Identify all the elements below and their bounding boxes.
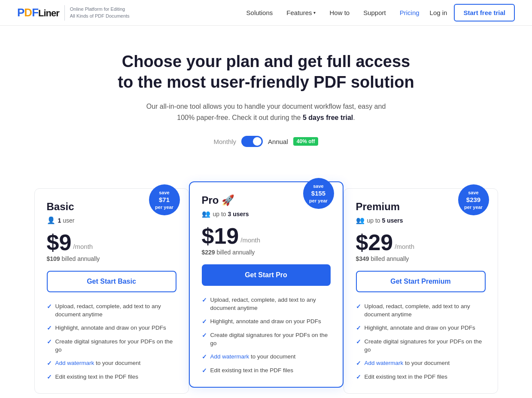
check-icon: ✓ [47,325,52,333]
user-icon: 👤 [47,216,55,224]
price-annual-premium: $349 billed annually [356,255,486,262]
feature-item: ✓Create digital signatures for your PDFs… [47,338,176,354]
logo-d: D [24,6,32,19]
get-start-basic-button[interactable]: Get Start Basic [47,271,176,292]
nav-features[interactable]: Features ▾ [286,9,316,16]
get-start-pro-button[interactable]: Get Start Pro [202,264,331,286]
navbar: PDFLiner Online Platform for Editing All… [0,0,532,26]
logo-f: F [32,6,38,19]
save-badge-pro: save $155 per year [303,178,334,209]
save-badge-premium: save $239 per year [458,184,489,215]
feature-item: ✓Add watermark to your document [356,359,486,368]
nav-solutions[interactable]: Solutions [246,9,273,16]
price-annual-pro: $229 billed annually [202,249,331,256]
feature-item: ✓Upload, redact, complete, add text to a… [356,303,486,319]
logo-liner: Liner [38,8,59,18]
hero-section: Choose your plan and get full access to … [0,26,532,181]
features-list-pro: ✓Upload, redact, complete, add text to a… [202,296,331,375]
nav-cta: Log in Start free trial [430,4,515,21]
price-annual-basic: $109 billed annually [47,255,176,262]
nav-links: Solutions Features ▾ How to Support Pric… [246,9,420,16]
annual-label: Annual [268,138,288,145]
logo-p: P [17,6,24,19]
features-list-basic: ✓Upload, redact, complete, add text to a… [47,303,176,381]
check-icon: ✓ [356,325,361,333]
logo-tagline: Online Platform for Editing All Kinds of… [70,6,130,19]
logo-text: PDFLiner [17,6,59,19]
check-icon: ✓ [47,338,52,346]
save-amount-basic: $71 [159,196,170,204]
user-icon: 👥 [202,210,210,218]
save-badge-basic: save $71 per year [149,184,180,215]
billing-toggle-switch[interactable] [241,136,263,147]
feature-item: ✓Create digital signatures for your PDFs… [202,331,331,348]
check-icon: ✓ [47,303,52,311]
feature-item: ✓Upload, redact, complete, add text to a… [202,296,331,312]
user-icon: 👥 [356,216,365,224]
save-per-year: per year [155,204,173,210]
hero-description: Our all-in-one tool allows you to handle… [142,101,391,123]
check-icon: ✓ [356,374,361,382]
logo-area: PDFLiner Online Platform for Editing All… [17,5,130,21]
toggle-knob [253,137,261,146]
save-amount-pro: $155 [311,189,325,198]
plan-premium: save $239 per year Premium 👥 up to 5 use… [344,188,498,394]
hero-heading: Choose your plan and get full access to … [9,52,523,92]
save-text: save [313,183,323,189]
feature-item: ✓Edit existing text in the PDF files [356,373,486,382]
plan-price-premium: $29 /month [356,231,486,254]
save-per-year: per year [309,198,328,204]
feature-item: ✓Highlight, annotate and draw on your PD… [356,324,486,333]
check-icon: ✓ [202,367,207,375]
billing-toggle: Monthly Annual 40% off [9,136,523,147]
plan-users-premium: 👥 up to 5 users [356,216,486,224]
chevron-down-icon: ▾ [313,10,316,15]
save-per-year: per year [464,204,483,210]
logo-divider [64,5,65,21]
check-icon: ✓ [202,318,207,326]
plan-users-basic: 👤 1 user [47,216,176,224]
feature-item: ✓Edit existing text in the PDF files [47,373,176,382]
save-amount-premium: $239 [466,196,480,204]
plan-price-pro: $19 /month [202,225,331,247]
feature-item: ✓Edit existing text in the PDF files [202,367,331,375]
feature-item: ✓Create digital signatures for your PDFs… [356,338,486,354]
login-button[interactable]: Log in [430,9,447,16]
plan-price-basic: $9 /month [47,231,176,254]
check-icon: ✓ [47,374,52,382]
check-icon: ✓ [202,332,207,340]
feature-item: ✓Upload, redact, complete, add text to a… [47,303,176,319]
pricing-section: save $71 per year Basic 👤 1 user $9 /mon… [0,181,532,398]
get-start-premium-button[interactable]: Get Start Premium [356,271,486,292]
nav-howto[interactable]: How to [329,9,350,16]
check-icon: ✓ [202,353,207,361]
save-text: save [159,190,169,196]
plan-pro: save $155 per year Pro 🚀 👥 up to 3 users… [189,181,344,388]
nav-support[interactable]: Support [363,9,386,16]
plan-basic: save $71 per year Basic 👤 1 user $9 /mon… [34,188,189,394]
monthly-label: Monthly [214,138,237,145]
nav-pricing[interactable]: Pricing [400,9,420,16]
discount-badge: 40% off [293,137,319,146]
plan-icon-rocket: 🚀 [222,194,234,206]
start-trial-button[interactable]: Start free trial [454,4,515,21]
save-text: save [468,190,478,196]
check-icon: ✓ [356,303,361,311]
check-icon: ✓ [356,338,361,346]
check-icon: ✓ [202,297,207,305]
check-icon: ✓ [356,360,361,368]
feature-item: ✓Highlight, annotate and draw on your PD… [47,324,176,333]
features-list-premium: ✓Upload, redact, complete, add text to a… [356,303,486,381]
feature-item: ✓Add watermark to your document [47,359,176,368]
feature-item: ✓Highlight, annotate and draw on your PD… [202,318,331,326]
plan-users-pro: 👥 up to 3 users [202,210,331,218]
feature-item: ✓Add watermark to your document [202,353,331,361]
check-icon: ✓ [47,360,52,368]
